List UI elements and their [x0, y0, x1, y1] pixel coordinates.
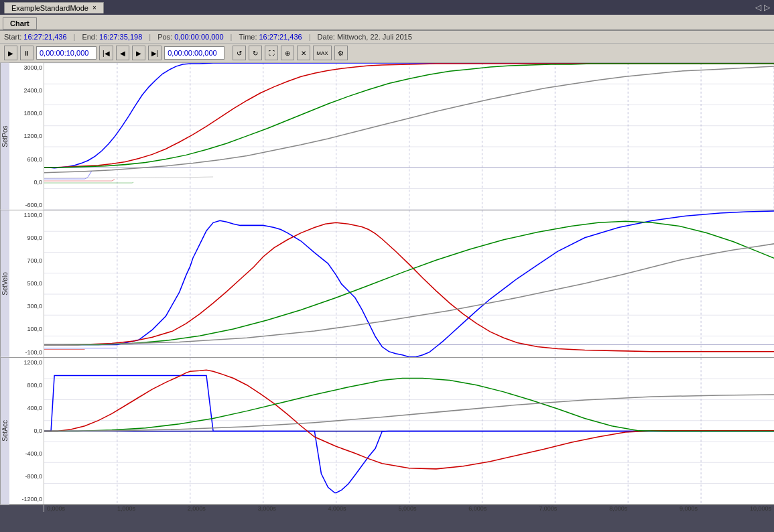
setvelo-yaxis: 1100,0 900,0 700,0 500,0 300,0 100,0 -10…: [9, 210, 44, 357]
setpos-plot: [44, 63, 774, 210]
setacc-plot: [44, 358, 774, 505]
toolbar: ▶ ⏸ |◀ ◀ ▶ ▶| ↺ ↻ ⛶ ⊕ ✕ MAX ⚙: [0, 44, 774, 63]
max-button[interactable]: MAX: [313, 46, 331, 60]
end-info: End: 16:27:35,198: [82, 33, 142, 41]
fwd-button[interactable]: ▶: [132, 46, 145, 60]
setvelo-panel: SetVelo 1100,0 900,0 700,0 500,0 300,0 1…: [0, 210, 774, 358]
chart-area: SetPos 3000,0 2400,0 1800,0 1200,0 600,0…: [0, 63, 774, 497]
date-info: Date: Mittwoch, 22. Juli 2015: [318, 33, 412, 41]
setpos-yaxis: 3000,0 2400,0 1800,0 1200,0 600,0 0,0 -6…: [9, 63, 44, 210]
title-bar: ExampleStandardMode × ◁ ▷: [0, 0, 774, 15]
play-button[interactable]: ▶: [4, 46, 17, 60]
setpos-panel: SetPos 3000,0 2400,0 1800,0 1200,0 600,0…: [0, 63, 774, 210]
pos-value: 0,00:00:00,000: [174, 33, 223, 41]
setpos-svg: [44, 63, 774, 210]
chart-tab[interactable]: Chart: [3, 17, 37, 29]
window-tab[interactable]: ExampleStandardMode ×: [4, 2, 104, 13]
x-label-2: 2,000s: [188, 505, 206, 512]
setvelo-ylabel: SetVelo: [0, 210, 9, 357]
xaxis-row: 0,000s 1,000s 2,000s 3,000s 4,000s 5,000…: [0, 505, 774, 512]
position-input[interactable]: [164, 46, 224, 60]
x-label-0: 0,000s: [47, 505, 65, 512]
xaxis-labels: 0,000s 1,000s 2,000s 3,000s 4,000s 5,000…: [44, 505, 774, 512]
refresh-button[interactable]: ↺: [233, 46, 246, 60]
pos-info: Pos: 0,00:00:00,000: [157, 33, 223, 41]
start-label: Start:: [4, 33, 21, 41]
zoom-out-button[interactable]: ✕: [297, 46, 310, 60]
setacc-svg: [44, 358, 774, 505]
setacc-yaxis: 1200,0 800,0 400,0 0,0 -400,0 -800,0 -12…: [9, 358, 44, 505]
x-label-10: 10,000s: [750, 505, 771, 512]
setacc-panel: SetAcc 1200,0 800,0 400,0 0,0 -400,0 -80…: [0, 358, 774, 505]
window-tab-label: ExampleStandardMode: [11, 4, 88, 12]
pos-label: Pos:: [157, 33, 172, 41]
main-panel: Chart Start: 16:27:21,436 | End: 16:27:3…: [0, 15, 774, 63]
setacc-ylabel: SetAcc: [0, 358, 9, 505]
window-close-btn[interactable]: ×: [92, 4, 96, 11]
settings-button[interactable]: ⚙: [334, 46, 348, 60]
setvelo-plot: [44, 210, 774, 357]
x-label-9: 9,000s: [680, 505, 698, 512]
end-label: End:: [82, 33, 97, 41]
time-info: Time: 16:27:21,436: [239, 33, 302, 41]
end-value: 16:27:35,198: [99, 33, 142, 41]
chart-tab-bar: Chart: [0, 15, 774, 31]
x-label-8: 8,000s: [609, 505, 627, 512]
x-label-4: 4,000s: [328, 505, 346, 512]
date-value: Mittwoch, 22. Juli 2015: [337, 33, 412, 41]
chart-tab-label: Chart: [10, 19, 29, 27]
zoom-fit-button[interactable]: ⛶: [265, 46, 278, 60]
prev-start-button[interactable]: |◀: [99, 46, 113, 60]
time-value: 16:27:21,436: [259, 33, 302, 41]
date-label: Date:: [318, 33, 335, 41]
setpos-ylabel: SetPos: [0, 63, 9, 210]
collapse-icon[interactable]: ◁: [755, 3, 761, 12]
next-end-button[interactable]: ▶|: [148, 46, 162, 60]
refresh2-button[interactable]: ↻: [249, 46, 262, 60]
x-label-6: 6,000s: [468, 505, 487, 512]
zoom-in-button[interactable]: ⊕: [281, 46, 294, 60]
x-label-1: 1,000s: [117, 505, 135, 512]
prev-button[interactable]: ◀: [116, 46, 129, 60]
x-label-5: 5,000s: [398, 505, 416, 512]
x-label-3: 3,000s: [258, 505, 276, 512]
xaxis-spacer: [0, 505, 44, 512]
info-bar: Start: 16:27:21,436 | End: 16:27:35,198 …: [0, 31, 774, 44]
setvelo-svg: [44, 210, 774, 357]
pause-button[interactable]: ⏸: [20, 46, 34, 60]
start-value: 16:27:21,436: [23, 33, 66, 41]
start-info: Start: 16:27:21,436: [4, 33, 67, 41]
time-label: Time:: [239, 33, 257, 41]
window-controls: ◁ ▷: [755, 3, 770, 12]
x-label-7: 7,000s: [539, 505, 557, 512]
expand-icon[interactable]: ▷: [764, 3, 770, 12]
time-range-input[interactable]: [36, 46, 96, 60]
